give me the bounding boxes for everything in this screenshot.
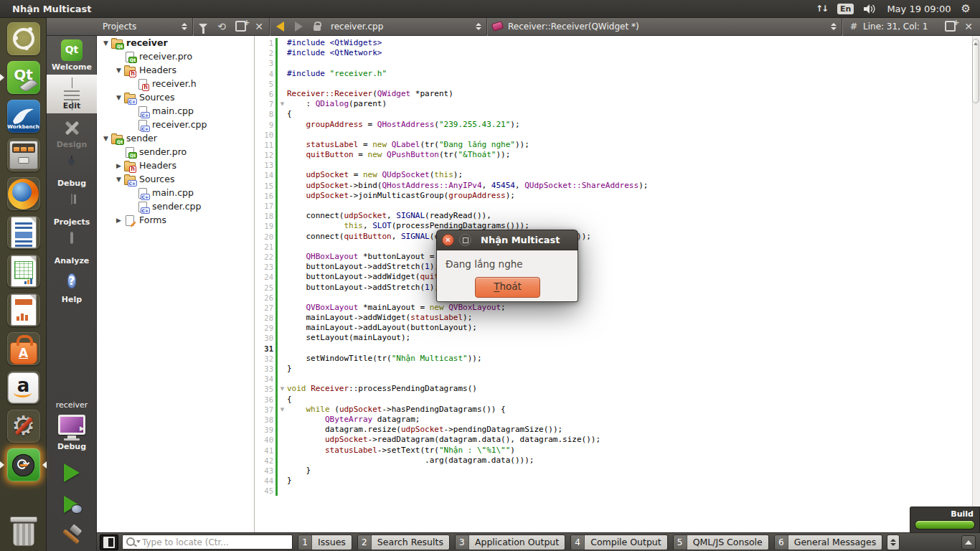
code-line[interactable]: 2#include <QtNetwork> xyxy=(255,48,980,58)
launcher-item-libreoffice-impress[interactable] xyxy=(0,291,47,329)
code-line[interactable]: 24 buttonLayout->addWidget(quitButton); xyxy=(255,272,980,282)
language-badge[interactable]: En xyxy=(837,4,854,14)
file-lock-indicator[interactable] xyxy=(308,19,326,34)
code-line[interactable]: 15 udpSocket->bind(QHostAddress::AnyIPv4… xyxy=(255,181,980,191)
tree-item-sources[interactable]: ▼C+Sources xyxy=(97,172,254,186)
go-back-button[interactable] xyxy=(271,19,288,34)
tree-item-sender-cpp[interactable]: C+sender.cpp xyxy=(97,199,254,213)
code-line[interactable]: 33} xyxy=(255,364,980,374)
launcher-item-libreoffice-writer[interactable] xyxy=(0,213,47,252)
code-line[interactable]: 7▼ : QDialog(parent) xyxy=(255,99,980,109)
build-button[interactable] xyxy=(47,525,97,545)
quit-button[interactable]: Thoát xyxy=(475,277,540,298)
tree-item-receiver[interactable]: ▼Qtreceiver xyxy=(97,36,254,50)
tree-item-sender-pro[interactable]: Qtsender.pro xyxy=(97,145,254,159)
close-document-button[interactable]: ✕ xyxy=(960,19,977,34)
code-line[interactable]: 18 connect(udpSocket, SIGNAL(readyRead()… xyxy=(255,211,980,221)
launcher-item-mysql-workbench[interactable]: Workbench xyxy=(0,97,47,136)
code-line[interactable]: 6Receiver::Receiver(QWidget *parent) xyxy=(255,89,980,99)
tree-item-sender[interactable]: ▼Qtsender xyxy=(97,131,254,145)
session-gear-icon[interactable]: ⚙ xyxy=(961,0,971,17)
code-line[interactable]: 44} xyxy=(255,476,980,486)
fold-marker-icon[interactable]: ▼ xyxy=(278,405,287,415)
tree-expander-icon[interactable]: ▼ xyxy=(101,39,110,47)
code-line[interactable]: 5 xyxy=(255,79,980,89)
tree-expander-icon[interactable]: ▼ xyxy=(114,67,123,74)
launcher-item-ubuntu-software-center[interactable]: A xyxy=(0,329,47,368)
code-line[interactable]: 34 xyxy=(255,374,980,384)
code-line[interactable]: 22 QHBoxLayout *buttonLayout = new QHBox… xyxy=(255,252,980,262)
code-line[interactable]: 10 xyxy=(255,130,980,140)
run-button[interactable] xyxy=(47,463,97,482)
code-line[interactable]: 4#include "receiver.h" xyxy=(255,69,980,79)
locator-input[interactable] xyxy=(122,534,293,550)
line-column-indicator[interactable]: Line: 31, Col: 1 xyxy=(863,22,941,32)
code-line[interactable]: 14 udpSocket = new QUdpSocket(this); xyxy=(255,170,980,180)
split-editor-button[interactable] xyxy=(941,19,958,34)
window-maximize-button[interactable] xyxy=(459,234,471,246)
editor-scrollbar-thumb[interactable] xyxy=(972,39,979,103)
code-line[interactable]: 11 statusLabel = new QLabel(tr("Đang lắn… xyxy=(255,140,980,150)
code-line[interactable]: 20 connect(quitButton, SIGNAL(clicked())… xyxy=(255,232,980,242)
code-line[interactable]: 8{ xyxy=(255,109,980,119)
fold-marker-icon[interactable]: ▼ xyxy=(278,384,287,394)
tree-item-receiver-cpp[interactable]: C+receiver.cpp xyxy=(97,118,254,131)
keyboard-indicator-icon[interactable]: ↑↓ xyxy=(816,0,827,17)
tree-item-main-cpp[interactable]: C+main.cpp xyxy=(97,104,254,118)
mode-welcome[interactable]: QtWelcome xyxy=(47,36,97,75)
code-editor[interactable]: 1#include <QtWidgets>2#include <QtNetwor… xyxy=(255,36,980,532)
mode-edit[interactable]: Edit xyxy=(47,75,97,113)
code-line[interactable]: 31 xyxy=(255,344,980,354)
output-pane-general-messages[interactable]: 6General Messages xyxy=(774,534,883,550)
tree-item-sources[interactable]: ▼C+Sources xyxy=(97,90,254,104)
code-line[interactable]: 9 groupAddress = QHostAddress("239.255.4… xyxy=(255,120,980,130)
code-line[interactable]: 23 buttonLayout->addStretch(1); xyxy=(255,262,980,272)
code-line[interactable]: 30 setLayout(mainLayout); xyxy=(255,333,980,343)
line-column-hash-icon[interactable]: # xyxy=(850,22,857,32)
code-line[interactable]: 37▼ while (udpSocket->hasPendingDatagram… xyxy=(255,405,980,415)
build-progress-widget[interactable]: Build xyxy=(910,507,980,532)
output-pane-application-output[interactable]: 3Application Output xyxy=(455,534,565,550)
code-line[interactable]: 1#include <QtWidgets> xyxy=(255,38,980,48)
go-forward-button[interactable] xyxy=(290,19,307,34)
mode-help[interactable]: ?Help xyxy=(47,268,97,307)
code-line[interactable]: 32 setWindowTitle(tr("Nhận Multicast")); xyxy=(255,354,980,364)
launcher-item-system-settings[interactable]: ⚙ xyxy=(0,407,47,446)
code-line[interactable]: 21 xyxy=(255,242,980,252)
output-pane-qml-js-console[interactable]: 5QML/JS Console xyxy=(673,534,769,550)
mode-debug[interactable]: Debug xyxy=(47,152,97,191)
launcher-item-ubuntu-dash[interactable] xyxy=(0,19,47,58)
code-line[interactable]: 42 .arg(datagram.data())); xyxy=(255,456,980,466)
code-line[interactable]: 16 udpSocket->joinMulticastGroup(groupAd… xyxy=(255,191,980,201)
code-line[interactable]: 26 xyxy=(255,293,980,303)
open-document-selector[interactable]: receiver.cpp xyxy=(326,17,486,36)
symbol-selector[interactable]: Receiver::Receiver(QWidget *) xyxy=(488,17,841,36)
code-line[interactable]: 43 } xyxy=(255,466,980,476)
code-line[interactable]: 39 datagram.resize(udpSocket->pendingDat… xyxy=(255,425,980,435)
tree-expander-icon[interactable]: ▶ xyxy=(114,217,123,224)
output-pane-cycle-button[interactable] xyxy=(887,534,900,550)
navigation-pane-selector[interactable]: Projects xyxy=(98,17,192,36)
tree-item-receiver-h[interactable]: hreceiver.h xyxy=(97,77,254,90)
code-line[interactable]: 45 xyxy=(255,486,980,496)
code-line[interactable]: 12 quitButton = new QPushButton(tr("&Tho… xyxy=(255,150,980,160)
maximize-output-button[interactable] xyxy=(961,535,976,550)
launcher-item-software-updater[interactable]: ⟳ xyxy=(0,446,47,484)
tree-expander-icon[interactable]: ▼ xyxy=(114,176,123,183)
tree-expander-icon[interactable]: ▼ xyxy=(101,135,110,142)
tree-item-headers[interactable]: ▼hHeaders xyxy=(97,63,254,77)
debug-run-button[interactable] xyxy=(47,495,97,514)
code-line[interactable]: 3 xyxy=(255,58,980,68)
code-line[interactable]: 41 statusLabel->setText(tr("Nhận : \"%1\… xyxy=(255,446,980,456)
code-line[interactable]: 13 xyxy=(255,160,980,170)
code-line[interactable]: 17 xyxy=(255,201,980,211)
sync-with-editor-button[interactable]: ⟲ xyxy=(213,19,230,34)
code-line[interactable]: 25 buttonLayout->addStretch(1); xyxy=(255,283,980,293)
launcher-item-trash[interactable] xyxy=(0,511,47,550)
fold-marker-icon[interactable]: ▼ xyxy=(278,99,287,109)
tree-expander-icon[interactable]: ▶ xyxy=(114,162,123,169)
launcher-item-firefox[interactable] xyxy=(0,174,47,213)
code-line[interactable]: 35▼void Receiver::processPendingDatagram… xyxy=(255,384,980,394)
code-line[interactable]: 19 this, SLOT(processPendingDatagrams())… xyxy=(255,221,980,231)
launcher-item-amazon[interactable]: a xyxy=(0,368,47,407)
